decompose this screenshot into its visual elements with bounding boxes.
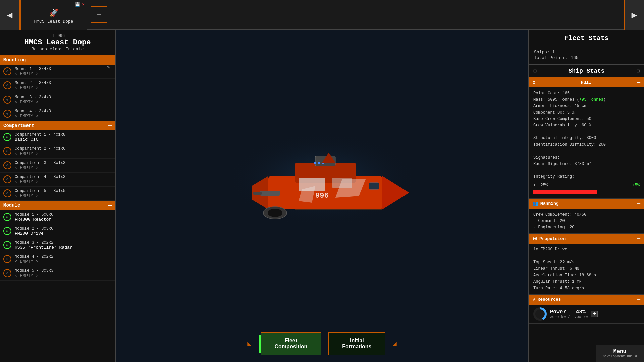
propulsion-turn-rate: Turn Rate: 4.58 deg/s	[533, 285, 640, 292]
compartment-2-value: < EMPTY >	[15, 151, 112, 156]
hull-section-header: ⊠ Hull —	[529, 77, 644, 87]
save-icon[interactable]: 💾	[75, 2, 80, 7]
compartment-1-row[interactable]: ◎ Compartment 1 - 4x1x8 Basic CIC	[0, 130, 115, 144]
add-ship-button[interactable]: +	[91, 6, 107, 23]
power-inner	[535, 309, 545, 319]
compartment-3-row[interactable]: ⊕ Compartment 3 - 3x1x3 < EMPTY >	[0, 159, 115, 173]
compartment-label: Compartment	[3, 123, 34, 128]
stats-grid-icon[interactable]: ⊞	[533, 68, 537, 74]
compartment-4-row[interactable]: ⊕ Compartment 4 - 3x1x3 < EMPTY >	[0, 173, 115, 187]
formations-btn-corner-right: ◢	[392, 339, 396, 348]
module-2-text: Module 2 - 8x3x6 FM200 Drive	[15, 226, 112, 236]
compartment-3-title: Compartment 3 - 3x1x3	[15, 161, 112, 165]
compartment-2-icon: ⊕	[3, 147, 11, 155]
mount-3-row[interactable]: ⊕ Mount 3 - 3x4x3 < EMPTY >	[0, 93, 115, 107]
stats-expand-icon[interactable]: ⊟	[636, 68, 640, 74]
main-viewport: 996	[116, 30, 528, 362]
menu-button[interactable]: Menu Development Build	[596, 345, 644, 362]
initial-formations-label: InitialFormations	[342, 338, 371, 350]
ship-image: 996	[116, 30, 528, 325]
mount-1-value: < EMPTY >	[15, 71, 112, 76]
compartment-1-value: Basic CIC	[15, 137, 112, 142]
hull-mass-bonus: +95 Tonnes	[579, 97, 603, 102]
ship-name: HMCS Least Dope	[5, 38, 110, 47]
close-icon[interactable]: ✕	[82, 2, 85, 7]
power-sub: 3000 kW / 4700 kW	[550, 315, 588, 319]
module-4-title: Module 4 - 2x2x2	[15, 254, 112, 259]
resources-expand-button[interactable]: +	[591, 311, 598, 317]
fleet-composition-container: FleetComposition	[259, 332, 322, 355]
mount-1-text: Mount 1 - 3x4x3 < EMPTY >	[15, 67, 112, 76]
compartment-3-value: < EMPTY >	[15, 165, 112, 170]
svg-rect-13	[314, 162, 316, 164]
svg-text:996: 996	[315, 192, 329, 200]
module-1-row[interactable]: ◎ Module 1 - 6x6x6 FR4800 Reactor	[0, 210, 115, 224]
manning-engineering: - Engineering: 20	[533, 224, 640, 231]
svg-point-10	[268, 209, 282, 217]
fleet-composition-button[interactable]: FleetComposition	[261, 332, 322, 355]
module-3-row[interactable]: ◎ Module 3 - 2x2x2 RS35 'Frontline' Rada…	[0, 238, 115, 252]
propulsion-label: Propulsion	[539, 236, 637, 241]
module-2-title: Module 2 - 8x3x6	[15, 226, 112, 231]
module-4-value: < EMPTY >	[15, 259, 112, 264]
module-5-text: Module 5 - 3x3x3 < EMPTY >	[15, 268, 112, 278]
compartment-1-icon: ◎	[3, 133, 11, 141]
module-section-header[interactable]: Module —	[0, 201, 115, 210]
module-2-row[interactable]: ◎ Module 2 - 8x3x6 FM200 Drive	[0, 224, 115, 238]
module-4-row[interactable]: ⊕ Module 4 - 2x2x2 < EMPTY >	[0, 252, 115, 266]
resources-section: ⚡ Resources — Power - 43% 3000 kW / 4700…	[529, 295, 644, 324]
propulsion-collapse-button[interactable]: —	[637, 235, 640, 242]
initial-formations-button[interactable]: InitialFormations	[328, 332, 385, 355]
module-1-icon: ◎	[3, 213, 11, 221]
ship-stats-header: ⊞ Ship Stats ⊟	[529, 65, 644, 77]
integrity-bonus: +5%	[632, 182, 640, 189]
mount-3-title: Mount 3 - 3x4x3	[15, 95, 112, 100]
manning-collapse-button[interactable]: —	[637, 200, 640, 207]
hull-collapse-button[interactable]: —	[637, 79, 640, 86]
module-collapse-button[interactable]: —	[108, 202, 112, 208]
compartment-5-row[interactable]: ⊕ Compartment 5 - 3x1x5 < EMPTY >	[0, 187, 115, 201]
integrity-labels: +1.25% +5%	[533, 182, 640, 189]
module-1-value: FR4800 Reactor	[15, 217, 112, 222]
propulsion-linear-thrust: Linear Thrust: 6 MN	[533, 266, 640, 272]
top-bar: ◀ 💾 ✕ 🚀 HMCS Least Dope + ▶	[0, 0, 644, 30]
dev-build-label: Development Build	[603, 355, 637, 358]
mounting-section-header[interactable]: Mounting —	[0, 55, 115, 65]
resources-row: Power - 43% 3000 kW / 4700 kW +	[529, 305, 644, 323]
hull-structural-integrity: Structural Integrity: 3000	[533, 135, 640, 141]
right-panel: Fleet Stats Ships: 1 Total Points: 165 ⊞…	[528, 30, 644, 362]
fleet-btn-corner-left: ◣	[247, 339, 252, 348]
mounting-label: Mounting	[3, 57, 26, 63]
mount-1-row[interactable]: ⊕ Mount 1 - 3x4x3 < EMPTY >	[0, 65, 115, 79]
mount-4-row[interactable]: ⊕ Mount 4 - 3x4x3 < EMPTY >	[0, 107, 115, 121]
module-3-text: Module 3 - 2x2x2 RS35 'Frontline' Radar	[15, 240, 112, 250]
mount-3-value: < EMPTY >	[15, 100, 112, 105]
edit-icon[interactable]: ✎	[107, 64, 110, 70]
mount-4-value: < EMPTY >	[15, 114, 112, 119]
fleet-ships-count: Ships: 1	[534, 50, 639, 55]
compartment-section-header[interactable]: Compartment —	[0, 121, 115, 130]
bottom-buttons: ◣ FleetComposition InitialFormations ◢	[240, 325, 403, 362]
compartment-2-row[interactable]: ⊕ Compartment 2 - 4x1x6 < EMPTY >	[0, 144, 115, 159]
module-1-text: Module 1 - 6x6x6 FR4800 Reactor	[15, 212, 112, 222]
mount-1-icon: ⊕	[3, 67, 11, 75]
module-5-row[interactable]: ⊕ Module 5 - 3x3x3 < EMPTY >	[0, 266, 115, 281]
mount-2-row[interactable]: ⊕ Mount 2 - 3x4x3 < EMPTY >	[0, 79, 115, 93]
resources-collapse-button[interactable]: —	[637, 296, 640, 303]
compartment-2-title: Compartment 2 - 4x1x6	[15, 146, 112, 151]
nav-right-button[interactable]: ▶	[624, 0, 644, 30]
fleet-stats-content: Ships: 1 Total Points: 165	[529, 46, 644, 65]
hull-mass: Mass: 5095 Tonnes (+95 Tonnes)	[533, 97, 640, 103]
propulsion-section-header: ⏭ Propulsion —	[529, 234, 644, 244]
hull-identification-difficulty: Identification Difficulty: 200	[533, 142, 640, 148]
compartment-collapse-button[interactable]: —	[108, 123, 112, 129]
propulsion-section: ⏭ Propulsion — 1x FM200 Drive Top Speed:…	[529, 234, 644, 294]
mounting-collapse-button[interactable]: —	[108, 57, 112, 63]
hull-armor: Armor Thickness: 15 cm	[533, 103, 640, 109]
ship-svg: 996	[221, 111, 423, 245]
nav-left-button[interactable]: ◀	[0, 0, 20, 30]
ship-tab[interactable]: 💾 ✕ 🚀 HMCS Least Dope	[20, 0, 87, 30]
manning-crew-complement: Crew Complement: 40/50	[533, 212, 640, 218]
module-4-text: Module 4 - 2x2x2 < EMPTY >	[15, 254, 112, 264]
mount-4-title: Mount 4 - 3x4x3	[15, 109, 112, 114]
